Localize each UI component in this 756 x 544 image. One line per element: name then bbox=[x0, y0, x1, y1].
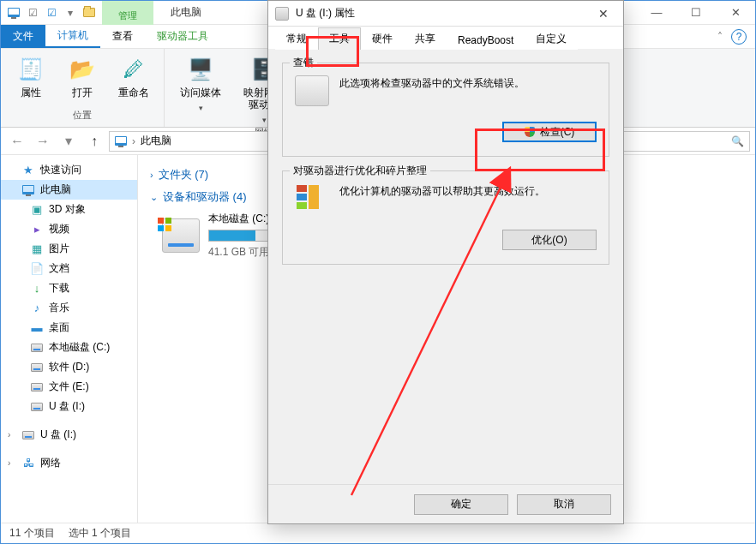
nav-item[interactable]: U 盘 (I:) bbox=[1, 397, 137, 416]
dialog-tab[interactable]: 工具 bbox=[318, 27, 361, 50]
status-item-count: 11 个项目 bbox=[9, 526, 55, 541]
properties-icon: 🧾 bbox=[17, 56, 45, 83]
defrag-icon bbox=[295, 183, 329, 214]
maximize-button[interactable]: ☐ bbox=[676, 1, 716, 25]
dialog-tab[interactable]: 自定义 bbox=[525, 27, 578, 50]
ribbon-open[interactable]: 📂 打开 bbox=[59, 52, 105, 99]
disk-icon bbox=[30, 341, 44, 355]
breadcrumb-location: 此电脑 bbox=[141, 134, 171, 148]
qat-properties-icon[interactable]: ☑ bbox=[44, 5, 59, 21]
minimize-button[interactable]: — bbox=[637, 1, 676, 25]
nav-recent-dropdown[interactable]: ▾ bbox=[57, 130, 80, 152]
optimize-description: 优化计算机的驱动器可以帮助其更高效运行。 bbox=[339, 183, 597, 199]
cancel-button[interactable]: 取消 bbox=[517, 494, 611, 515]
ribbon-properties[interactable]: 🧾 属性 bbox=[8, 52, 54, 99]
drive-icon bbox=[275, 7, 289, 21]
system-menu-icon[interactable] bbox=[6, 5, 21, 21]
properties-dialog: U 盘 (I:) 属性 ✕ 常规工具硬件共享ReadyBoost自定义 查错 此… bbox=[267, 0, 624, 524]
ribbon-rename[interactable]: 🖉 重命名 bbox=[111, 52, 157, 99]
drive-icon bbox=[162, 218, 200, 253]
nav-item[interactable]: ▸视频 bbox=[1, 219, 137, 239]
cube-icon: ▣ bbox=[30, 203, 44, 217]
tab-file[interactable]: 文件 bbox=[1, 25, 45, 48]
legend-check: 查错 bbox=[290, 56, 317, 70]
dialog-tab[interactable]: 硬件 bbox=[361, 27, 404, 50]
fieldset-check-errors: 查错 此选项将检查驱动器中的文件系统错误。 检查(C) bbox=[282, 63, 609, 157]
nav-item[interactable]: ↓下载 bbox=[1, 278, 137, 298]
check-button[interactable]: 检查(C) bbox=[502, 122, 597, 142]
disk-icon bbox=[21, 428, 35, 442]
nav-item[interactable]: ›U 盘 (I:) bbox=[1, 425, 137, 445]
disk-icon bbox=[30, 400, 44, 414]
dropdown-icon: ▾ bbox=[262, 114, 267, 126]
nav-item[interactable]: 本地磁盘 (C:) bbox=[1, 338, 137, 357]
nav-item-label: U 盘 (I:) bbox=[40, 427, 76, 442]
qat-checkbox-icon[interactable]: ☑ bbox=[25, 5, 40, 21]
doc-icon: 📄 bbox=[30, 262, 44, 276]
qat-newfolder-icon[interactable] bbox=[81, 5, 97, 21]
nav-item-label: 本地磁盘 (C:) bbox=[49, 340, 110, 355]
nav-item[interactable]: ▣3D 对象 bbox=[1, 200, 137, 219]
nav-item-label: 网络 bbox=[40, 456, 61, 470]
nav-item[interactable]: ▬桌面 bbox=[1, 318, 137, 338]
nav-item-label: 快速访问 bbox=[40, 163, 81, 177]
dialog-body: 查错 此选项将检查驱动器中的文件系统错误。 检查(C) 对驱动器进行优化和碎片整… bbox=[268, 49, 623, 484]
tab-computer[interactable]: 计算机 bbox=[45, 25, 100, 48]
nav-item[interactable]: ★快速访问 bbox=[1, 160, 137, 180]
dialog-tab[interactable]: ReadyBoost bbox=[447, 30, 525, 50]
navigation-pane[interactable]: ★快速访问此电脑▣3D 对象▸视频▦图片📄文档↓下载♪音乐▬桌面本地磁盘 (C:… bbox=[1, 155, 138, 523]
chevron-down-icon: ⌄ bbox=[150, 192, 158, 203]
window-title: 此电脑 bbox=[171, 5, 201, 20]
nav-item-label: 下载 bbox=[49, 281, 69, 296]
quick-access-toolbar: ☑ ☑ ▾ bbox=[1, 5, 102, 21]
dialog-tab[interactable]: 常规 bbox=[275, 27, 318, 50]
ribbon-collapse-icon[interactable]: ˄ bbox=[717, 31, 723, 43]
nav-forward-button[interactable]: → bbox=[32, 130, 54, 152]
ribbon-context-tab[interactable]: 管理 bbox=[102, 1, 153, 25]
ribbon-group-location: 🧾 属性 📂 打开 🖉 重命名 位置 bbox=[1, 49, 165, 127]
nav-item[interactable]: 📄文档 bbox=[1, 259, 137, 278]
nav-item-label: 此电脑 bbox=[40, 182, 71, 197]
nav-item[interactable]: ▦图片 bbox=[1, 239, 137, 259]
down-icon: ↓ bbox=[30, 282, 44, 296]
nav-item-label: 文档 bbox=[49, 261, 69, 276]
dropdown-icon: ▾ bbox=[199, 102, 203, 114]
check-description: 此选项将检查驱动器中的文件系统错误。 bbox=[339, 75, 597, 91]
ribbon-group-label-location: 位置 bbox=[73, 109, 92, 123]
nav-item[interactable]: ♪音乐 bbox=[1, 298, 137, 318]
tab-view[interactable]: 查看 bbox=[100, 25, 145, 48]
pc-icon bbox=[115, 136, 127, 146]
star-icon: ★ bbox=[21, 164, 35, 177]
ribbon-context-tab-label: 管理 bbox=[118, 9, 137, 21]
dialog-titlebar[interactable]: U 盘 (I:) 属性 ✕ bbox=[268, 1, 623, 27]
breadcrumb-chevron-icon: › bbox=[132, 135, 135, 147]
close-button[interactable]: ✕ bbox=[716, 1, 755, 25]
disk-icon bbox=[30, 361, 44, 374]
ok-button[interactable]: 确定 bbox=[414, 494, 508, 515]
status-bar: 11 个项目 选中 1 个项目 bbox=[1, 523, 755, 543]
nav-item[interactable]: 文件 (E:) bbox=[1, 377, 137, 397]
status-selected-count: 选中 1 个项目 bbox=[69, 526, 131, 541]
disk-icon bbox=[295, 75, 329, 106]
nav-up-button[interactable]: ↑ bbox=[83, 130, 105, 152]
rename-icon: 🖉 bbox=[120, 56, 147, 83]
dialog-tab[interactable]: 共享 bbox=[404, 27, 447, 50]
nav-item[interactable]: 此电脑 bbox=[1, 180, 137, 200]
dialog-close-button[interactable]: ✕ bbox=[591, 7, 616, 21]
disk-icon bbox=[30, 380, 44, 394]
nav-item-label: U 盘 (I:) bbox=[49, 399, 85, 414]
chevron-right-icon: › bbox=[150, 170, 153, 180]
ribbon-access-media[interactable]: 🖥️ 访问媒体 ▾ bbox=[171, 52, 230, 114]
tab-drive-tools[interactable]: 驱动器工具 bbox=[145, 25, 220, 48]
optimize-button[interactable]: 优化(O) bbox=[502, 230, 597, 250]
nav-item-label: 视频 bbox=[49, 222, 69, 236]
nav-item[interactable]: ›🖧网络 bbox=[1, 453, 137, 473]
help-icon[interactable]: ? bbox=[731, 29, 747, 45]
window-controls: — ☐ ✕ bbox=[637, 1, 755, 25]
search-icon: 🔍 bbox=[731, 135, 744, 147]
nav-item[interactable]: 软件 (D:) bbox=[1, 357, 137, 377]
nav-item-label: 文件 (E:) bbox=[49, 380, 89, 394]
nav-back-button[interactable]: ← bbox=[6, 130, 28, 152]
tree-arrow-icon: › bbox=[8, 430, 16, 439]
qat-dropdown-icon[interactable]: ▾ bbox=[63, 5, 78, 21]
